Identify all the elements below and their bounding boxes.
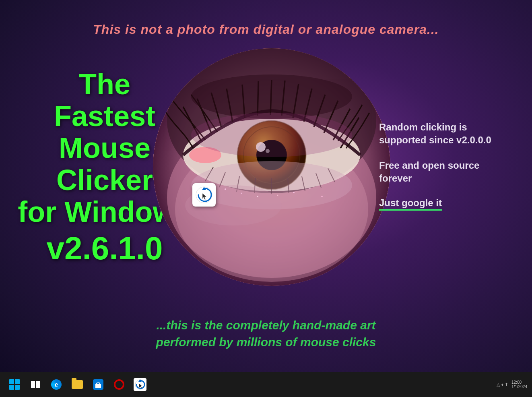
store-bag-icon: [94, 380, 102, 389]
eye-svg: [153, 48, 390, 286]
edge-icon: e: [51, 379, 62, 390]
svg-point-45: [321, 196, 323, 197]
clicker-app-button[interactable]: [130, 375, 150, 394]
file-explorer-button[interactable]: [68, 375, 87, 394]
task-view-button[interactable]: [26, 375, 45, 394]
svg-point-46: [191, 74, 352, 119]
svg-point-39: [241, 193, 242, 194]
windows-start-button[interactable]: [5, 375, 24, 394]
google-link[interactable]: Just google it: [379, 197, 442, 211]
task-view-icon: [31, 381, 40, 388]
windows-logo-icon: [9, 379, 20, 390]
bottom-art-text: ...this is the completely hand-made art …: [0, 317, 532, 351]
edge-browser-button[interactable]: e: [47, 375, 66, 394]
svg-point-42: [293, 192, 295, 193]
svg-point-47: [191, 113, 352, 157]
system-tray: △ ♦ ⬆ 12:001/1/2024: [497, 380, 527, 389]
open-source-info: Free and open source forever: [379, 159, 508, 185]
opera-icon: [114, 379, 124, 390]
taskbar: e △ ♦ ⬆ 12:001/1/2024: [0, 372, 532, 397]
mouse-clicker-icon: [195, 186, 213, 204]
store-icon: [93, 379, 103, 390]
microsoft-store-button[interactable]: [89, 375, 108, 394]
random-clicking-info: Random clicking is supported since v2.0.…: [379, 121, 508, 147]
svg-point-43: [309, 188, 311, 189]
system-clock: 12:001/1/2024: [511, 380, 527, 389]
right-info-panel: Random clicking is supported since v2.0.…: [379, 121, 508, 211]
svg-point-40: [257, 196, 258, 197]
top-subtitle: This is not a photo from digital or anal…: [0, 22, 532, 37]
eye-artwork: [153, 48, 390, 286]
svg-point-38: [225, 188, 226, 190]
opera-browser-button[interactable]: [109, 375, 129, 394]
clicker-taskbar-icon: [134, 378, 146, 391]
system-tray-icons: △ ♦ ⬆: [497, 382, 508, 387]
eye-art-inner: [153, 48, 390, 286]
svg-point-41: [277, 195, 278, 196]
folder-icon: [72, 380, 83, 389]
app-icon: [192, 183, 216, 207]
svg-rect-51: [95, 384, 101, 388]
